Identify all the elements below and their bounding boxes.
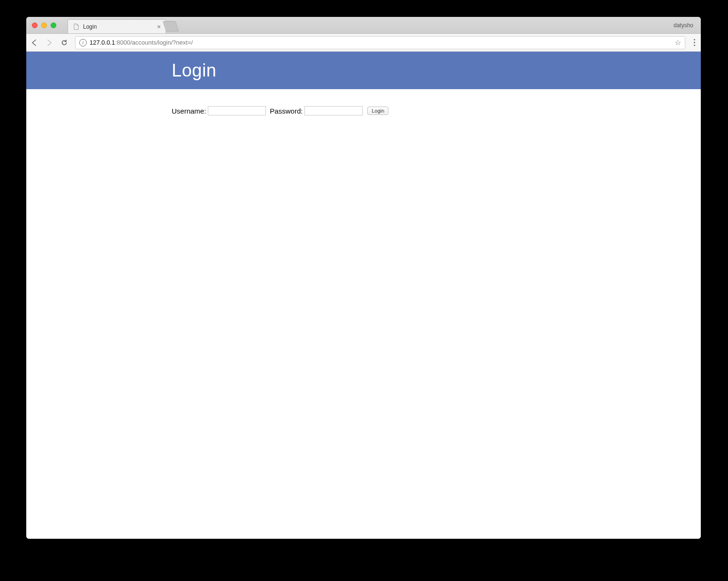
- username-input[interactable]: [208, 106, 266, 115]
- browser-window: Login × datysho i 127.0.0.1:8000/account…: [26, 17, 701, 539]
- toolbar: i 127.0.0.1:8000/accounts/login/?next=/ …: [26, 34, 701, 52]
- url-path: :8000/accounts/login/?next=/: [115, 39, 193, 46]
- address-bar[interactable]: i 127.0.0.1:8000/accounts/login/?next=/ …: [75, 36, 685, 49]
- window-controls: [26, 23, 56, 28]
- password-input[interactable]: [304, 106, 363, 115]
- login-form: Username: Password: Login: [172, 106, 509, 115]
- profile-name[interactable]: datysho: [674, 22, 693, 29]
- browser-menu-button[interactable]: [692, 39, 697, 46]
- username-label: Username:: [172, 107, 206, 115]
- forward-button[interactable]: [45, 38, 53, 47]
- tab-bar: Login × datysho: [26, 17, 701, 34]
- page-title: Login: [172, 61, 509, 81]
- file-icon: [73, 23, 79, 30]
- minimize-window-button[interactable]: [41, 23, 47, 28]
- password-label: Password:: [270, 107, 303, 115]
- page-header: Login: [26, 52, 701, 89]
- reload-button[interactable]: [60, 38, 68, 47]
- new-tab-button[interactable]: [162, 21, 179, 31]
- bookmark-star-icon[interactable]: ☆: [675, 38, 681, 47]
- page-viewport: Login Username: Password: Login: [26, 52, 701, 539]
- browser-tab[interactable]: Login ×: [68, 19, 166, 33]
- fullscreen-window-button[interactable]: [51, 23, 56, 28]
- url-text: 127.0.0.1:8000/accounts/login/?next=/: [90, 39, 193, 46]
- url-host: 127.0.0.1: [90, 39, 115, 46]
- login-button[interactable]: Login: [367, 107, 388, 115]
- tab-title: Login: [83, 23, 97, 30]
- site-info-icon[interactable]: i: [79, 39, 87, 46]
- close-window-button[interactable]: [32, 23, 38, 28]
- close-tab-button[interactable]: ×: [157, 23, 161, 30]
- back-button[interactable]: [30, 38, 38, 47]
